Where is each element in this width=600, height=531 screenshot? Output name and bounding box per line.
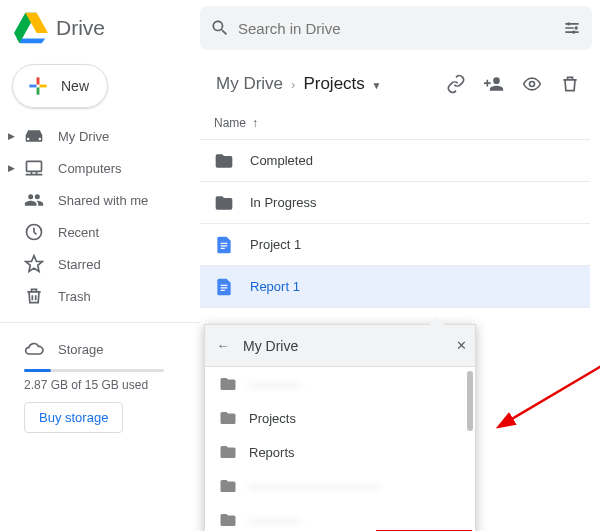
folder-icon [219,375,237,393]
computers-icon [24,158,44,178]
search-options-icon[interactable] [560,16,584,40]
move-popover: ← My Drive ✕ ———— Projects Reports —————… [204,324,476,531]
svg-point-0 [575,26,578,29]
sidebar-label: Starred [58,257,101,272]
folder-option-label: ———— [249,377,301,392]
sidebar-item-shared[interactable]: Shared with me [0,184,200,216]
plus-icon [25,73,51,99]
file-name: Report 1 [250,279,300,294]
folder-option-label: Reports [249,445,295,460]
file-name: In Progress [250,195,316,210]
link-icon[interactable] [444,72,468,96]
divider [0,322,200,323]
buy-storage-button[interactable]: Buy storage [24,402,123,433]
storage-text: 2.87 GB of 15 GB used [16,378,184,392]
folder-option-label: Projects [249,411,296,426]
chevron-right-icon: › [291,77,295,92]
close-icon[interactable]: ✕ [456,338,467,353]
svg-line-6 [500,361,600,426]
storage-label: Storage [58,342,104,357]
sidebar-item-mydrive[interactable]: ▶ My Drive [0,120,200,152]
sidebar-item-starred[interactable]: Starred [0,248,200,280]
preview-icon[interactable] [520,72,544,96]
breadcrumb: My Drive › Projects ▼ [200,62,590,106]
sidebar-item-storage[interactable]: Storage [16,333,184,365]
add-person-icon[interactable] [482,72,506,96]
breadcrumb-root[interactable]: My Drive [210,70,289,98]
file-name: Completed [250,153,313,168]
sidebar-label: Trash [58,289,91,304]
sidebar-label: Shared with me [58,193,148,208]
folder-option[interactable]: ———— [205,367,475,401]
search-icon [208,16,232,40]
folder-icon [219,511,237,529]
folder-option[interactable]: ———— [205,503,475,531]
search-input[interactable] [232,20,560,37]
sidebar-item-computers[interactable]: ▶ Computers [0,152,200,184]
expand-icon[interactable]: ▶ [8,131,16,141]
sidebar-item-trash[interactable]: Trash [0,280,200,312]
cloud-icon [24,339,44,359]
docs-icon [214,277,236,297]
folder-option[interactable]: —————————— [205,469,475,503]
folder-option[interactable]: Reports [205,435,475,469]
folder-icon [219,409,237,427]
file-row[interactable]: Completed [200,140,590,182]
new-button-label: New [61,78,89,94]
file-row[interactable]: In Progress [200,182,590,224]
back-icon[interactable]: ← [213,338,233,353]
sidebar-label: Computers [58,161,122,176]
sidebar-item-recent[interactable]: Recent [0,216,200,248]
shared-icon [24,190,44,210]
folder-icon [214,151,236,171]
folder-icon [219,443,237,461]
sidebar-label: Recent [58,225,99,240]
sort-arrow-up-icon: ↑ [252,116,258,130]
file-row[interactable]: Report 1 [200,266,590,308]
popover-title: My Drive [243,338,298,354]
drive-logo[interactable]: Drive [0,11,200,45]
search-bar[interactable] [200,6,592,50]
recent-icon [24,222,44,242]
sidebar: New ▶ My Drive ▶ Computers Shared with m… [0,56,200,531]
mydrive-icon [24,126,44,146]
folder-option[interactable]: Projects [205,401,475,435]
caret-down-icon: ▼ [372,80,382,91]
app-name: Drive [56,16,105,40]
annotation-arrow [490,356,600,446]
folder-option-label: ———— [249,513,301,528]
svg-point-2 [572,31,575,34]
scrollbar[interactable] [467,371,473,431]
svg-point-1 [567,22,570,25]
docs-icon [214,235,236,255]
new-button[interactable]: New [12,64,108,108]
storage-bar [24,369,164,372]
popover-arrow [429,317,445,325]
svg-point-5 [530,82,535,87]
file-name: Project 1 [250,237,301,252]
breadcrumb-current[interactable]: Projects ▼ [297,70,387,98]
star-icon [24,254,44,274]
delete-icon[interactable] [558,72,582,96]
folder-icon [219,477,237,495]
folder-icon [214,193,236,213]
expand-icon[interactable]: ▶ [8,163,16,173]
sidebar-label: My Drive [58,129,109,144]
folder-option-label: —————————— [249,479,379,494]
file-row[interactable]: Project 1 [200,224,590,266]
trash-icon [24,286,44,306]
drive-logo-icon [14,11,48,45]
main-panel: My Drive › Projects ▼ Name ↑ Completed I… [200,56,600,531]
svg-rect-3 [27,161,42,171]
column-header-name[interactable]: Name ↑ [200,106,590,140]
